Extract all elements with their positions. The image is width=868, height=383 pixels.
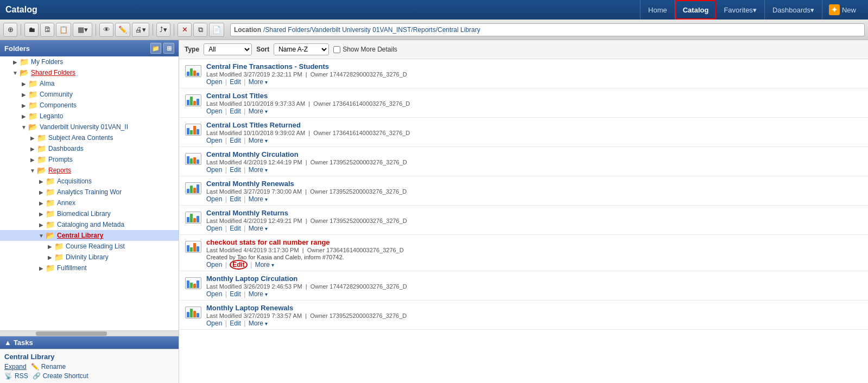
sidebar-horiz-scroll[interactable] — [0, 330, 179, 336]
nav-dashboards[interactable]: Dashboards — [765, 0, 822, 20]
report-title-r5[interactable]: Central Monthly Renewals — [206, 180, 863, 188]
toolbar-btn-paste[interactable]: 📄 — [209, 23, 224, 37]
action-edit-r4[interactable]: Edit — [230, 166, 241, 174]
sep2 — [96, 24, 96, 36]
tree-fulfillment[interactable]: ▶ 📁 Fulfillment — [0, 263, 179, 273]
report-title-r3[interactable]: Central Lost Titles Returned — [206, 121, 863, 129]
action-more-r9[interactable]: More — [249, 320, 263, 327]
show-more-details-checkbox[interactable] — [333, 46, 340, 53]
context-rss[interactable]: 📡 RSS — [4, 372, 28, 380]
report-title-r9[interactable]: Monthly Laptop Renewals — [206, 304, 863, 312]
context-rename[interactable]: ✏️ Rename — [31, 363, 66, 371]
report-actions-r5: Open | Edit | More ▾ — [206, 195, 863, 203]
toolbar-btn-2[interactable]: 🖿 — [24, 23, 39, 37]
action-more-r1[interactable]: More — [249, 78, 263, 86]
nav-home[interactable]: Home — [640, 0, 675, 20]
report-title-r8[interactable]: Monthly Laptop Circulation — [206, 275, 863, 283]
toolbar-btn-5[interactable]: ▦▾ — [73, 23, 92, 37]
sidebar-icon-expand-all[interactable]: ⊞ — [163, 43, 174, 54]
bar1 — [187, 245, 189, 252]
tree-cataloging[interactable]: ▶ 📁 Cataloging and Metada — [0, 219, 179, 230]
report-icon-r6 — [185, 210, 202, 225]
action-more-r3[interactable]: More — [249, 137, 263, 144]
content-list: Central Fine Transactions - Students Las… — [179, 59, 868, 383]
context-actions: Expand ✏️ Rename — [4, 363, 174, 371]
toolbar-btn-1[interactable]: ⊕ — [3, 23, 17, 37]
toolbar-btn-6[interactable]: 👁 — [99, 23, 113, 37]
sidebar-icon-new-folder[interactable]: 📁 — [150, 43, 161, 54]
tree-analytics[interactable]: ▶ 📁 Analytics Training Wor — [0, 187, 179, 197]
tree-central-library[interactable]: ▼ 📂 Central Library — [0, 230, 179, 241]
tree-my-folders[interactable]: ▶ 📁 My Folders — [0, 56, 179, 67]
nav-favorites[interactable]: Favorites — [716, 0, 764, 20]
toolbar-btn-4[interactable]: 📋 — [56, 23, 71, 37]
tree-reports[interactable]: ▼ 📂 Reports — [0, 165, 179, 176]
action-more-r8[interactable]: More — [249, 290, 263, 298]
action-more-r4[interactable]: More — [249, 166, 263, 174]
action-more-r5[interactable]: More — [249, 195, 263, 203]
action-more-r2[interactable]: More — [249, 107, 263, 115]
tree-prompts[interactable]: ▶ 📁 Prompts — [0, 154, 179, 165]
tree-course-reading[interactable]: ▶ 📁 Course Reading List — [0, 241, 179, 252]
report-title-r2[interactable]: Central Lost Titles — [206, 92, 863, 100]
action-open-r2[interactable]: Open — [206, 107, 222, 115]
tree-leganto[interactable]: ▶ 📁 Leganto — [0, 111, 179, 122]
action-open-r1[interactable]: Open — [206, 78, 222, 86]
tree-annex[interactable]: ▶ 📁 Annex — [0, 197, 179, 208]
show-more-details-label[interactable]: Show More Details — [333, 46, 397, 53]
toolbar-btn-copy[interactable]: ⧉ — [193, 23, 207, 37]
action-open-r8[interactable]: Open — [206, 290, 222, 298]
toolbar-btn-8[interactable]: 🖨▾ — [132, 23, 149, 37]
sort-select[interactable]: Name A-Z Name Z-A Last Modified Owner — [274, 43, 329, 55]
action-edit-r5[interactable]: Edit — [230, 195, 241, 203]
tasks-header[interactable]: ▲ Tasks — [0, 336, 179, 349]
tasks-section: ▲ Tasks — [0, 336, 179, 349]
action-open-r6[interactable]: Open — [206, 225, 222, 232]
tree-divinity[interactable]: ▶ 📁 Divinity Library — [0, 252, 179, 263]
toolbar-btn-9[interactable]: ⤴▾ — [156, 23, 170, 37]
report-title-r6[interactable]: Central Monthly Returns — [206, 209, 863, 217]
sep3 — [153, 24, 153, 36]
tree-subject-area[interactable]: ▶ 📁 Subject Area Contents — [0, 132, 179, 143]
location-bar: Location /Shared Folders/Vanderbilt Univ… — [230, 23, 865, 36]
tree-acquisitions[interactable]: ▶ 📁 Acquisitions — [0, 176, 179, 187]
tasks-label: Tasks — [14, 339, 33, 347]
tree-shared-folders[interactable]: ▼ 📂 Shared Folders — [0, 67, 179, 78]
context-expand[interactable]: Expand — [4, 363, 27, 371]
report-meta-r2: Last Modified 10/10/2018 9:37:33 AM | Ow… — [206, 100, 863, 107]
tree-dashboards[interactable]: ▶ 📁 Dashboards — [0, 143, 179, 154]
action-edit-r6[interactable]: Edit — [230, 225, 241, 232]
action-edit-r3[interactable]: Edit — [230, 137, 241, 144]
nav-catalog[interactable]: Catalog — [675, 0, 717, 20]
sep4 — [174, 24, 174, 36]
bar1 — [187, 100, 189, 105]
type-select[interactable]: All Report Dashboard Filter Prompt — [204, 43, 252, 55]
tree-label-dashboards: Dashboards — [48, 145, 179, 152]
action-edit-r2[interactable]: Edit — [230, 107, 241, 115]
report-title-r7[interactable]: checkout stats for call number range — [206, 238, 863, 246]
action-edit-r9[interactable]: Edit — [230, 320, 241, 327]
report-title-r1[interactable]: Central Fine Transactions - Students — [206, 62, 863, 71]
report-title-r4[interactable]: Central Monthly Circulation — [206, 150, 863, 158]
action-open-r3[interactable]: Open — [206, 137, 222, 144]
toolbar-btn-del[interactable]: ✕ — [178, 23, 192, 37]
action-more-r7[interactable]: More — [255, 261, 270, 269]
nav-new[interactable]: ✦ New — [822, 4, 863, 15]
action-open-r4[interactable]: Open — [206, 166, 222, 174]
action-edit-r7[interactable]: Edit — [230, 260, 248, 270]
tree-community[interactable]: ▶ 📁 Community — [0, 89, 179, 100]
tree-biomedical[interactable]: ▶ 📁 Biomedical Library — [0, 208, 179, 219]
action-edit-r8[interactable]: Edit — [230, 290, 241, 298]
action-more-r6[interactable]: More — [249, 225, 263, 232]
action-open-r5[interactable]: Open — [206, 195, 222, 203]
report-item-r9: Monthly Laptop Renewals Last Modified 3/… — [179, 301, 868, 330]
tree-components[interactable]: ▶ 📁 Components — [0, 100, 179, 111]
action-open-r9[interactable]: Open — [206, 320, 222, 327]
tree-vanderbilt[interactable]: ▼ 📂 Vanderbilt University 01VAN_II — [0, 122, 179, 132]
tree-alma[interactable]: ▶ 📁 Alma — [0, 78, 179, 89]
toolbar-btn-3[interactable]: 🖺 — [40, 23, 54, 37]
toolbar-btn-7[interactable]: ✏️ — [115, 23, 130, 37]
context-shortcut[interactable]: 🔗 Create Shortcut — [33, 372, 88, 380]
action-edit-r1[interactable]: Edit — [230, 78, 241, 86]
action-open-r7[interactable]: Open — [206, 261, 222, 269]
